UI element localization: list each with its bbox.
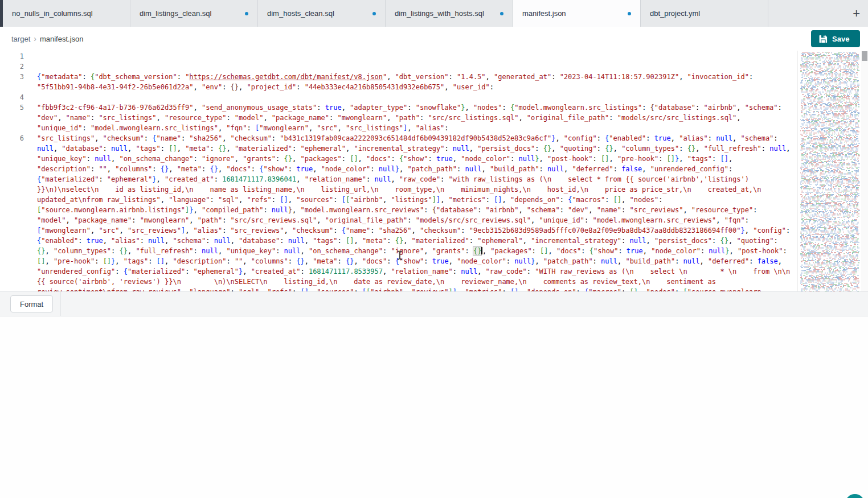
- tab-strip: no_nulls_in_columns.sqldim_listings_clea…: [3, 0, 768, 27]
- code-line[interactable]: 3{"metadata": {"dbt_schema_version": "ht…: [0, 72, 797, 92]
- breadcrumb: target › manifest.json: [11, 34, 84, 43]
- scrollbar-thumb[interactable]: [862, 51, 867, 61]
- tab-dbt_project.yml[interactable]: dbt_project.yml: [641, 0, 768, 27]
- code-line[interactable]: 1: [0, 51, 797, 61]
- tab-label: manifest.json: [522, 9, 566, 18]
- tab-dim_hosts_clean.sql[interactable]: dim_hosts_clean.sql: [258, 0, 386, 27]
- tab-label: dim_listings_clean.sql: [140, 9, 211, 18]
- file-toolbar: target › manifest.json Save: [0, 27, 868, 51]
- save-button[interactable]: Save: [811, 30, 860, 47]
- breadcrumb-file: manifest.json: [40, 35, 84, 43]
- code-line[interactable]: 2: [0, 61, 797, 72]
- code-text: "src_listings", "checksum": {"name": "sh…: [24, 133, 797, 291]
- code-lines[interactable]: 123{"metadata": {"dbt_schema_version": "…: [0, 51, 797, 291]
- line-number: 1: [0, 51, 24, 61]
- tab-label: dim_hosts_clean.sql: [267, 9, 334, 18]
- line-number: 5: [0, 102, 24, 133]
- tab-dim_listings_clean.sql[interactable]: dim_listings_clean.sql: [130, 0, 258, 27]
- line-number: 2: [0, 61, 24, 72]
- panel-divider: [60, 292, 61, 316]
- tab-dim_listings_with_hosts.sql[interactable]: dim_listings_with_hosts.sql: [386, 0, 513, 27]
- tab-bar: no_nulls_in_columns.sqldim_listings_clea…: [0, 0, 868, 27]
- tab-filler: +: [768, 0, 868, 27]
- save-icon: [819, 35, 828, 43]
- editor-scrollbar[interactable]: [861, 51, 868, 291]
- save-button-label: Save: [832, 35, 849, 43]
- unsaved-changes-icon: [245, 12, 248, 15]
- code-text: [24, 92, 797, 102]
- new-tab-button[interactable]: +: [853, 7, 860, 20]
- code-line[interactable]: 5"fbb9f3c2-cf96-4a17-b736-976a62d35ff9",…: [0, 102, 797, 133]
- code-editor: 123{"metadata": {"dbt_schema_version": "…: [0, 51, 868, 291]
- breadcrumb-folder: target: [11, 35, 30, 43]
- tab-label: dim_listings_with_hosts.sql: [395, 9, 484, 18]
- tab-label: no_nulls_in_columns.sql: [12, 9, 93, 18]
- breadcrumb-chevron-icon: ›: [34, 34, 36, 43]
- code-text: {"metadata": {"dbt_schema_version": "htt…: [24, 72, 797, 92]
- minimap[interactable]: [797, 51, 861, 291]
- line-number: 3: [0, 72, 24, 92]
- bottom-toolbar: Format: [0, 291, 868, 316]
- code-text: [24, 61, 797, 72]
- results-panel: [0, 316, 868, 498]
- tab-no_nulls_in_columns.sql[interactable]: no_nulls_in_columns.sql: [3, 0, 130, 27]
- line-number: 4: [0, 92, 24, 102]
- code-line[interactable]: 6"src_listings", "checksum": {"name": "s…: [0, 133, 797, 291]
- unsaved-changes-icon: [628, 12, 631, 15]
- code-text: "fbb9f3c2-cf96-4a17-b736-976a62d35ff9", …: [24, 102, 797, 133]
- format-button[interactable]: Format: [10, 295, 53, 312]
- line-number: 6: [0, 133, 24, 291]
- code-text: [24, 51, 797, 61]
- unsaved-changes-icon: [372, 12, 376, 15]
- tab-manifest.json[interactable]: manifest.json: [513, 0, 641, 27]
- tab-label: dbt_project.yml: [650, 9, 700, 18]
- unsaved-changes-icon: [500, 12, 503, 15]
- code-line[interactable]: 4: [0, 92, 797, 102]
